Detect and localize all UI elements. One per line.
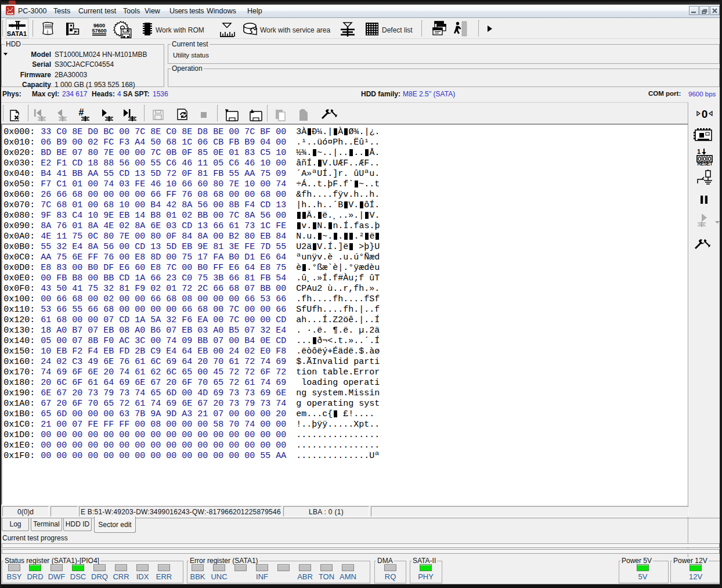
svg-text:SATA1: SATA1: [7, 30, 27, 37]
svg-text:i: i: [47, 28, 49, 35]
svg-text:57600: 57600: [92, 28, 106, 34]
svg-text:0: 0: [702, 108, 708, 120]
svg-text:1: 1: [697, 148, 701, 155]
svg-text:RESET: RESET: [698, 161, 713, 167]
svg-text:#: #: [79, 107, 84, 117]
